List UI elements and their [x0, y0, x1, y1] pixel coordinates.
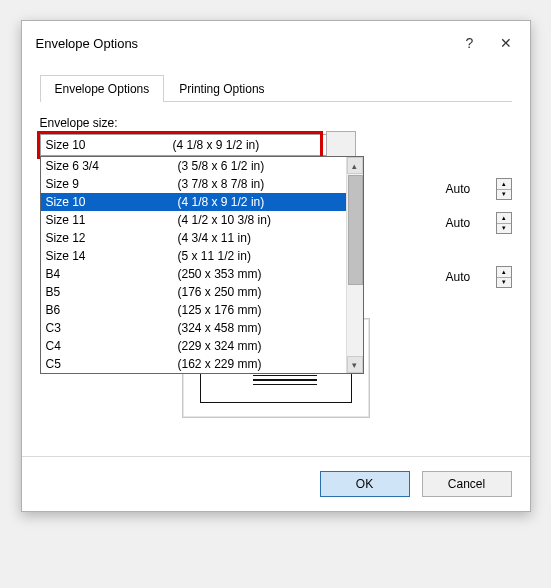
- dialog-footer: OK Cancel: [22, 456, 530, 511]
- combo-dropdown-button[interactable]: ▾: [328, 135, 348, 155]
- dropdown-item-name: Size 10: [46, 195, 178, 209]
- spin-down-icon[interactable]: ▾: [497, 224, 511, 234]
- dropdown-item-name: C5: [46, 357, 178, 371]
- address-line: [253, 375, 317, 377]
- combo-selected-dim: (4 1/8 x 9 1/2 in): [173, 138, 328, 152]
- dropdown-item[interactable]: C4(229 x 324 mm): [41, 337, 346, 355]
- spin-up-icon[interactable]: ▴: [497, 213, 511, 224]
- dropdown-item-dim: (176 x 250 mm): [178, 285, 346, 299]
- dropdown-list: Size 6 3/4(3 5/8 x 6 1/2 in)Size 9(3 7/8…: [41, 157, 346, 373]
- auto-label: Auto: [446, 216, 491, 230]
- tab-envelope-options[interactable]: Envelope Options: [40, 75, 165, 102]
- envelope-size-label: Envelope size:: [40, 116, 512, 130]
- auto-spinner[interactable]: ▴ ▾: [496, 266, 512, 288]
- dialog-title: Envelope Options: [36, 36, 452, 51]
- dropdown-item-name: B6: [46, 303, 178, 317]
- dropdown-item-name: C3: [46, 321, 178, 335]
- spin-up-icon[interactable]: ▴: [497, 179, 511, 190]
- dropdown-item[interactable]: C5(162 x 229 mm): [41, 355, 346, 373]
- dropdown-item[interactable]: Size 10(4 1/8 x 9 1/2 in): [41, 193, 346, 211]
- combo-selected-name: Size 10: [41, 138, 173, 152]
- dropdown-item-name: Size 6 3/4: [46, 159, 178, 173]
- dropdown-item-name: Size 14: [46, 249, 178, 263]
- titlebar: Envelope Options ? ✕: [22, 21, 530, 65]
- dropdown-item-name: C4: [46, 339, 178, 353]
- close-button[interactable]: ✕: [488, 29, 524, 57]
- envelope-size-dropdown: Size 6 3/4(3 5/8 x 6 1/2 in)Size 9(3 7/8…: [40, 156, 364, 374]
- scroll-down-button[interactable]: ▾: [347, 356, 363, 373]
- auto-label: Auto: [446, 270, 491, 284]
- dropdown-item-dim: (4 1/2 x 10 3/8 in): [178, 213, 346, 227]
- address-line: [253, 379, 317, 381]
- scroll-thumb[interactable]: [348, 175, 363, 285]
- dropdown-item-dim: (162 x 229 mm): [178, 357, 346, 371]
- dropdown-item-dim: (324 x 458 mm): [178, 321, 346, 335]
- dropdown-item[interactable]: B6(125 x 176 mm): [41, 301, 346, 319]
- dropdown-item-dim: (4 3/4 x 11 in): [178, 231, 346, 245]
- dropdown-item-dim: (3 5/8 x 6 1/2 in): [178, 159, 346, 173]
- dropdown-item[interactable]: Size 9(3 7/8 x 8 7/8 in): [41, 175, 346, 193]
- address-line: [253, 384, 317, 386]
- dropdown-item-name: Size 11: [46, 213, 178, 227]
- dropdown-item-name: Size 12: [46, 231, 178, 245]
- cancel-button[interactable]: Cancel: [422, 471, 512, 497]
- dropdown-item-dim: (4 1/8 x 9 1/2 in): [178, 195, 346, 209]
- dropdown-item[interactable]: Size 6 3/4(3 5/8 x 6 1/2 in): [41, 157, 346, 175]
- chevron-down-icon: ▾: [335, 138, 341, 152]
- spin-down-icon[interactable]: ▾: [497, 278, 511, 288]
- envelope-size-combo[interactable]: Size 10 (4 1/8 x 9 1/2 in) ▾: [40, 134, 350, 156]
- envelope-size-combo-wrap: Size 10 (4 1/8 x 9 1/2 in) ▾ Size 6 3/4(…: [40, 134, 512, 156]
- dialog-content: Envelope Options Printing Options Envelo…: [22, 65, 530, 456]
- spin-up-icon[interactable]: ▴: [497, 267, 511, 278]
- ok-button[interactable]: OK: [320, 471, 410, 497]
- auto-label: Auto: [446, 182, 491, 196]
- tab-printing-options[interactable]: Printing Options: [164, 75, 279, 102]
- scroll-up-button[interactable]: ▴: [347, 157, 363, 174]
- dropdown-item-dim: (229 x 324 mm): [178, 339, 346, 353]
- dropdown-item-dim: (125 x 176 mm): [178, 303, 346, 317]
- dropdown-scrollbar[interactable]: ▴ ▾: [346, 157, 363, 373]
- help-button[interactable]: ?: [452, 29, 488, 57]
- dropdown-item[interactable]: B4(250 x 353 mm): [41, 265, 346, 283]
- dropdown-item[interactable]: C3(324 x 458 mm): [41, 319, 346, 337]
- dropdown-item[interactable]: Size 14(5 x 11 1/2 in): [41, 247, 346, 265]
- dropdown-item-dim: (3 7/8 x 8 7/8 in): [178, 177, 346, 191]
- dropdown-item-dim: (250 x 353 mm): [178, 267, 346, 281]
- spin-down-icon[interactable]: ▾: [497, 190, 511, 200]
- auto-spinner[interactable]: ▴ ▾: [496, 212, 512, 234]
- dropdown-item[interactable]: B5(176 x 250 mm): [41, 283, 346, 301]
- dropdown-item-name: B5: [46, 285, 178, 299]
- envelope-options-dialog: Envelope Options ? ✕ Envelope Options Pr…: [21, 20, 531, 512]
- dropdown-item-name: Size 9: [46, 177, 178, 191]
- dropdown-item[interactable]: Size 12(4 3/4 x 11 in): [41, 229, 346, 247]
- tab-bar: Envelope Options Printing Options: [40, 75, 512, 102]
- dropdown-item-name: B4: [46, 267, 178, 281]
- auto-spinner[interactable]: ▴ ▾: [496, 178, 512, 200]
- dropdown-item-dim: (5 x 11 1/2 in): [178, 249, 346, 263]
- dropdown-item[interactable]: Size 11(4 1/2 x 10 3/8 in): [41, 211, 346, 229]
